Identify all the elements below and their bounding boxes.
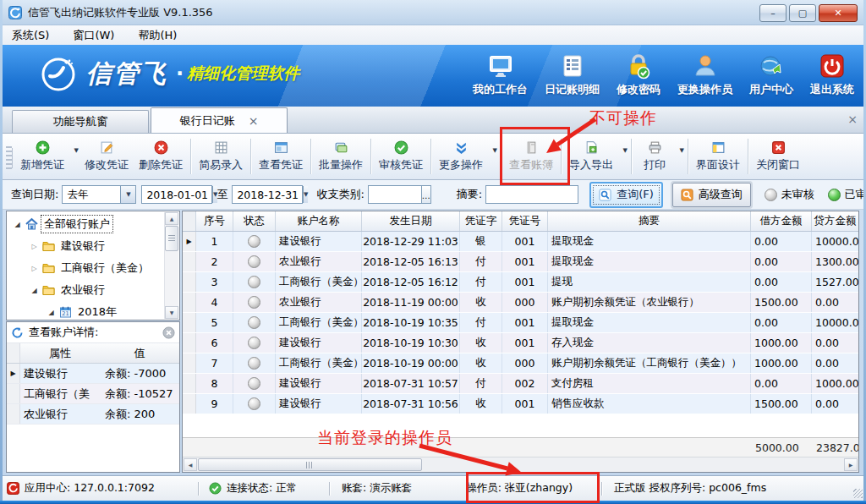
print-button[interactable]: 打印▼ (634, 137, 685, 176)
details-row[interactable]: ▶建设银行余额: -7000 (7, 364, 179, 384)
view-voucher-button[interactable]: 查看凭证 (254, 137, 308, 176)
exit-system-button[interactable]: 退出系统 (810, 51, 854, 97)
collapsed-marker-icon[interactable]: ▷ (28, 265, 41, 272)
grid-header-cell[interactable]: 账户名称 (276, 211, 362, 231)
grid-header-cell[interactable]: 发生日期 (362, 211, 460, 231)
collapsed-marker-icon[interactable]: ▷ (28, 243, 41, 250)
details-row[interactable]: 工商银行（美余额: -10527 (7, 384, 179, 404)
table-row[interactable]: 2农业银行2018-12-05 16:13付001提取现金0.001300.00 (183, 252, 858, 272)
cell-summary: 支付房租 (548, 374, 751, 393)
table-row[interactable]: ▶1建设银行2018-12-29 11:03银001提取现金0.0010000.… (183, 232, 858, 252)
advanced-query-button[interactable]: 高级查询 (672, 183, 751, 207)
cell-no: 5 (196, 313, 233, 332)
total-credit: 23827.0 (812, 441, 859, 454)
edit-voucher-button[interactable]: 修改凭证 (79, 137, 134, 176)
tree-item[interactable]: ◢全部银行账户 (8, 213, 165, 235)
grid-header-cell[interactable]: 凭证号 (502, 211, 548, 231)
toolbar-button-label: 审核凭证 (379, 157, 423, 173)
horizontal-scrollbar[interactable]: ◀ ▶ (183, 457, 858, 472)
tree-item[interactable]: ◢农业银行 (8, 279, 165, 301)
table-row[interactable]: 9建设银行2018-07-31 10:56收001销售应收款1500.000.0… (183, 394, 858, 414)
close-button[interactable]: ✕ (819, 4, 858, 22)
tree-item[interactable]: ◢212018年 (8, 301, 165, 319)
scroll-right-icon[interactable]: ▶ (844, 458, 858, 471)
grid-header-cell[interactable]: 摘要 (548, 211, 751, 231)
grid-header-cell[interactable]: 借方金额 (751, 211, 812, 231)
tree-scrollbar-thumb[interactable] (165, 226, 178, 251)
query-button[interactable]: 查询(F) (589, 182, 663, 208)
tree-scrollbar[interactable]: ▲ ▼ (164, 212, 178, 319)
maximize-button[interactable]: ▢ (789, 4, 816, 22)
expanded-marker-icon[interactable]: ◢ (11, 221, 24, 228)
horizontal-scrollbar-thumb[interactable] (198, 458, 422, 471)
toolbar-grip[interactable] (6, 146, 12, 170)
simple-entry-button[interactable]: 简易录入 (194, 137, 248, 176)
scroll-down-icon[interactable]: ▼ (165, 306, 178, 319)
close-panel-icon[interactable] (162, 326, 175, 339)
delete-voucher-button[interactable]: 删除凭证 (134, 137, 188, 176)
table-row[interactable]: 6建设银行2018-10-19 10:30收001存入现金1000.000.00 (183, 333, 858, 353)
grid-header-cell[interactable]: 贷方金额 (812, 211, 859, 231)
summary-filter-label: 摘要: (457, 187, 482, 202)
table-row[interactable]: 7工商银行（美金）2018-10-19 00:00收000账户期初余额凭证（工商… (183, 353, 858, 374)
cell-debit: 0.00 (751, 232, 812, 251)
scroll-up-icon[interactable]: ▲ (165, 212, 178, 225)
tree-item[interactable]: ▷工商银行（美金） (8, 257, 165, 279)
date-from-select[interactable]: 2018-01-01 ▼ (141, 185, 212, 204)
import-export-button[interactable]: 导入导出▼ (564, 137, 628, 176)
my-workbench-button[interactable]: 我的工作台 (473, 51, 528, 97)
tabbar-close-icon[interactable]: × (847, 112, 858, 126)
content-area: ◢全部银行账户▷建设银行▷工商银行（美金）◢农业银行◢212018年 ▲ ▼ 查… (0, 210, 866, 475)
date-to-select[interactable]: 2018-12-31 ▼ (232, 185, 303, 204)
minimize-button[interactable]: – (759, 4, 787, 22)
cell-date: 2018-10-19 10:35 (362, 313, 460, 332)
category-picker-button[interactable]: … (422, 185, 431, 204)
details-header-row: 属性值 (7, 343, 179, 364)
expanded-marker-icon[interactable]: ◢ (45, 309, 58, 316)
dropdown-arrow-icon[interactable]: ▼ (680, 147, 684, 154)
scroll-left-icon[interactable]: ◀ (184, 458, 197, 471)
journal-detail-button[interactable]: 日记账明细 (545, 51, 600, 97)
resize-grip[interactable] (853, 489, 863, 498)
close-window-button[interactable]: 关闭窗口 (751, 137, 805, 176)
tab-function-nav[interactable]: 功能导航窗 (12, 110, 149, 133)
change-password-button[interactable]: 修改密码 (617, 51, 660, 97)
dropdown-arrow-icon[interactable]: ▼ (493, 147, 497, 154)
summary-input[interactable] (485, 185, 578, 204)
date-preset-select[interactable]: 去年 ▼ (62, 185, 136, 204)
menu-item[interactable]: 帮助(H) (138, 28, 177, 43)
brand-name: 信管飞 (86, 57, 167, 91)
switch-operator-button[interactable]: 更换操作员 (677, 51, 732, 97)
details-row[interactable]: 农业银行余额: 200 (7, 404, 179, 425)
ui-design-button[interactable]: 界面设计 (691, 137, 745, 176)
table-row[interactable]: 4农业银行2018-11-19 00:00收000账户期初余额凭证（农业银行）1… (183, 293, 858, 313)
table-row[interactable]: 8建设银行2018-07-31 10:57付002支付房租0.001000.00 (183, 374, 858, 394)
audit-voucher-button[interactable]: 审核凭证 (374, 137, 428, 176)
menu-item[interactable]: 系统(S) (12, 28, 49, 43)
tab-bank-journal[interactable]: 银行日记账× (151, 107, 288, 133)
grid-header-cell[interactable]: 状态 (233, 211, 276, 231)
tab-close-icon[interactable]: × (249, 115, 259, 127)
grid-header-cell[interactable]: 序号 (196, 211, 233, 231)
dropdown-arrow-icon[interactable]: ▼ (623, 147, 628, 154)
table-row[interactable]: 5工商银行（美金）2018-10-19 10:35付001提取现金0.00100… (183, 313, 858, 333)
chevron-down-icon[interactable]: ▼ (303, 186, 308, 203)
menu-item[interactable]: 窗口(W) (73, 28, 114, 43)
change-password-lock-icon (625, 51, 652, 79)
banner-nav-label: 更换操作员 (677, 82, 732, 97)
user-center-button[interactable]: 用户中心 (749, 51, 793, 97)
table-row[interactable]: 3工商银行（美金）2018-12-05 16:12付001提现0.001527.… (183, 272, 858, 293)
expanded-marker-icon[interactable]: ◢ (28, 287, 41, 294)
unaudited-status-icon (248, 316, 260, 329)
chevron-down-icon[interactable]: ▼ (120, 186, 135, 203)
batch-operation-button[interactable]: 批量操作 (314, 137, 368, 176)
more-actions-button[interactable]: 更多操作▼ (434, 137, 498, 176)
grid-header-selector[interactable] (183, 211, 196, 231)
cell-no: 8 (196, 374, 233, 393)
grid-header-cell[interactable]: 凭证字 (460, 211, 502, 231)
refresh-icon[interactable] (11, 326, 24, 339)
add-voucher-button[interactable]: 新增凭证▼ (15, 137, 79, 176)
dropdown-arrow-icon[interactable]: ▼ (74, 147, 79, 154)
tree-item[interactable]: ▷建设银行 (8, 235, 165, 257)
category-input[interactable] (368, 185, 422, 204)
